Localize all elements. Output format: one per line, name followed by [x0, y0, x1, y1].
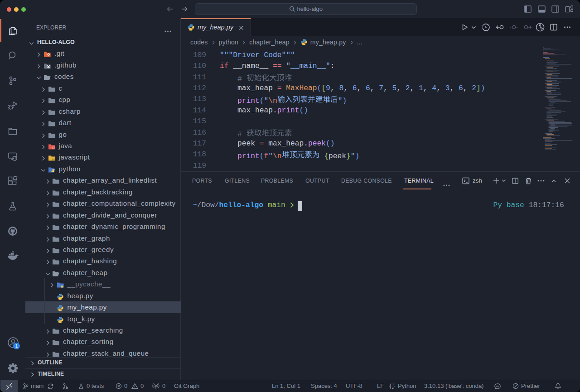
- svg-text:JS: JS: [51, 158, 55, 161]
